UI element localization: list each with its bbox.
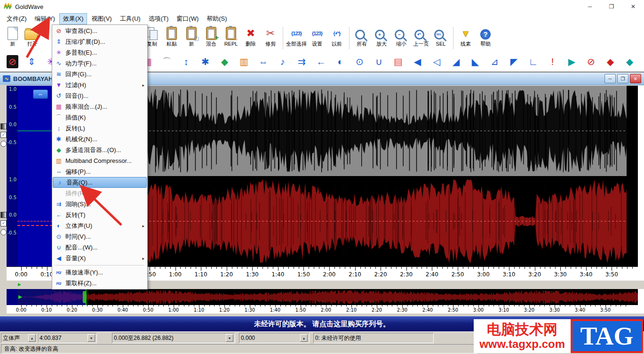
effects-toolbar-multiband-compressor-button[interactable]: ▥	[234, 54, 254, 70]
position-field[interactable]: 0.000 ▲	[239, 333, 310, 343]
effects-menu-item-1[interactable]: ⊘审查器(C)...	[52, 25, 147, 36]
menubar-item-2[interactable]: 编辑(Y)	[31, 13, 59, 24]
minimize-icon[interactable]: ─	[579, 0, 601, 13]
maximize-icon[interactable]: ❐	[601, 0, 622, 13]
effects-menu-item-7[interactable]: ↺回音(I)...	[52, 90, 147, 101]
effects-menu-item-5[interactable]: ≋回声(G)...	[52, 69, 147, 80]
effects-toolbar-volume-ramp-button[interactable]: ⊿	[485, 54, 504, 70]
effects-menu-item-8[interactable]: ▦频率混合...(J)...	[52, 101, 147, 112]
left-channel-radio[interactable]	[0, 141, 7, 147]
toolbar-new-button[interactable]: 新	[3, 26, 23, 47]
spin-up-icon[interactable]: ▲	[28, 334, 36, 342]
right-channel-radio[interactable]	[0, 229, 7, 235]
right-channel-checkbox[interactable]: ✓	[0, 220, 7, 226]
close-icon[interactable]: ✕	[622, 0, 644, 13]
effects-menu-item-15[interactable]: ♪音高(Q)...	[53, 177, 147, 188]
effects-menu-item-16[interactable]: 插件(R)	[52, 188, 147, 199]
effects-toolbar-fade-out-button[interactable]: ◣	[466, 54, 485, 70]
effects-toolbar-volume-shape-button[interactable]: ▤	[389, 54, 408, 70]
toolbar-zoom-selection-button[interactable]: SELSEL	[431, 26, 451, 47]
effects-toolbar-compressor-expander-button[interactable]: ⇕	[22, 54, 41, 70]
effects-toolbar-time-warp-button[interactable]: ⊙	[350, 54, 369, 70]
overview-selection-handle[interactable]	[83, 291, 86, 303]
selection-range-field[interactable]: 0.000至26.882 (26.882) ▼	[112, 333, 235, 343]
dropdown-icon[interactable]: ▼	[87, 334, 95, 342]
overview-strip[interactable]: ▶	[17, 289, 638, 305]
length-field[interactable]: 4:00.837 ▼	[38, 333, 97, 343]
effects-menu-item-11[interactable]: ✱机械化(N)...	[52, 134, 147, 145]
effects-toolbar-match-volume-button[interactable]: ◁	[427, 54, 446, 70]
effects-menu-item-10[interactable]: ↕反转(L)	[52, 123, 147, 134]
toolbar-set-selection-button[interactable]: {123}设置	[307, 26, 327, 47]
effects-toolbar-warning-button[interactable]: !	[543, 54, 562, 70]
toolbar-trim-button[interactable]: ✂修剪	[261, 26, 280, 47]
effects-menu-item-4[interactable]: ∿动力学(F)...	[52, 58, 147, 69]
effects-toolbar-level-meter-button[interactable]: ∟	[524, 54, 543, 70]
effects-toolbar-play-device-button[interactable]: ▶	[562, 54, 581, 70]
left-channel-checkbox[interactable]: ✓	[0, 132, 7, 138]
document-restore-icon[interactable]: ❐	[617, 74, 628, 83]
effects-toolbar-multichannel-mixer-button[interactable]: ◆	[215, 54, 234, 70]
left-channel-display-button[interactable]	[0, 123, 7, 129]
menubar-item-3[interactable]: 效果(X)	[59, 13, 87, 24]
toolbar-replace-button[interactable]: ↔REPL	[221, 26, 241, 47]
effects-menu-item-17[interactable]: ⇉混响(S)...	[52, 199, 147, 209]
menubar-item-6[interactable]: 选项(T)	[145, 13, 173, 24]
effects-toolbar-fade-in-button[interactable]: ◢	[446, 54, 466, 70]
effects-toolbar-censor-button[interactable]: ⊘	[3, 54, 22, 70]
effects-toolbar-invert-button[interactable]: ↕	[176, 54, 196, 70]
spin-up-icon[interactable]: ▲	[300, 334, 308, 342]
toolbar-previous-selection-button[interactable]: {↶}以前	[327, 26, 347, 47]
effects-menu-item-19[interactable]: ◐立体声(U)▸	[52, 220, 147, 231]
selection-marker-handle[interactable]: ⇔	[33, 89, 48, 99]
right-channel-display-button[interactable]	[0, 212, 7, 218]
toolbar-zoom-in-button[interactable]: +放大	[372, 26, 391, 47]
document-minimize-icon[interactable]: ─	[604, 74, 616, 83]
effects-toolbar-reverb-button[interactable]: ⇉	[292, 54, 311, 70]
effects-toolbar-stereo-button[interactable]: ◐	[331, 54, 350, 70]
effects-toolbar-preset-red-button[interactable]: ◆	[601, 54, 620, 70]
document-close-icon[interactable]: ✕	[630, 74, 641, 83]
effects-menu-item-22[interactable]: ◀音量(X)▸	[52, 253, 147, 264]
effects-menu-item-21[interactable]: ∪配音...(W)...	[52, 242, 147, 253]
effects-menu-item-13[interactable]: ▥Multiband Compressor...	[52, 155, 147, 166]
toolbar-open-button[interactable]: ▾打开	[23, 26, 42, 47]
toolbar-mix-button[interactable]: +混合	[201, 26, 221, 47]
toolbar-help-button[interactable]: ?帮助	[476, 26, 495, 47]
dropdown-icon[interactable]: ▼	[226, 334, 233, 342]
toolbar-delete-button[interactable]: ✖删除	[241, 26, 261, 47]
effects-toolbar-preset-teal-button[interactable]: ◆	[620, 54, 639, 70]
effects-toolbar-voice-over-button[interactable]: ∪	[369, 54, 389, 70]
toolbar-show-all-button[interactable]: 所有	[352, 26, 372, 47]
menubar-item-1[interactable]: 文件(Z)	[3, 13, 31, 24]
toolbar-paste-button[interactable]: 粘贴	[162, 26, 182, 47]
menubar-item-7[interactable]: 窗口(W)	[173, 13, 202, 24]
menubar-item-8[interactable]: 帮助(S)	[203, 13, 231, 24]
menubar-item-5[interactable]: 工具(U)	[116, 13, 144, 24]
effects-menu-item-3[interactable]: ✳多普勒(E)...	[52, 47, 147, 58]
effects-menu-item-14[interactable]: ⇔偏移(P)...	[52, 166, 147, 177]
effects-toolbar-reverse-button[interactable]: ←	[311, 54, 331, 70]
effects-toolbar-offset-button[interactable]: ⇔	[254, 54, 273, 70]
menubar-item-4[interactable]: 视图(V)	[87, 13, 115, 24]
toolbar-zoom-out-button[interactable]: −缩小	[391, 26, 411, 47]
effects-menu-item-9[interactable]: ⌒插值(K)	[52, 112, 147, 123]
effects-menu-item-18[interactable]: ←反转(T)	[52, 209, 147, 220]
effects-menu-item-25[interactable]: Hz重取样(Z)...	[52, 278, 147, 289]
effects-toolbar-pitch-button[interactable]: ♪	[273, 54, 292, 70]
toolbar-select-all-button[interactable]: {123}全部选择	[286, 26, 307, 47]
toolbar-previous-zoom-button[interactable]: ↶上一页	[411, 26, 431, 47]
license-text[interactable]: 未经许可的版本。 请点击这里购买序列号。	[254, 320, 390, 329]
effects-menu-item-2[interactable]: ⇕压缩/扩展(D)...	[52, 36, 147, 47]
effects-menu-item-6[interactable]: ▼过滤(H)▸	[52, 80, 147, 90]
channel-mode-field[interactable]: 立体声 ▲	[1, 333, 38, 343]
effects-toolbar-interpolate-button[interactable]: ⌒	[157, 54, 176, 70]
open-dropdown-caret-icon[interactable]: ▾	[39, 31, 41, 36]
toolbar-presets-button[interactable]: ▼线素	[456, 26, 476, 47]
effects-toolbar-selection-volume-button[interactable]: ◤	[504, 54, 524, 70]
toolbar-paste-new-button[interactable]: ▢新	[182, 26, 201, 47]
effects-menu-item-24[interactable]: Hz播放速率(Y)...	[52, 267, 147, 278]
effects-toolbar-noise-gate-button[interactable]: ⊘	[581, 54, 601, 70]
overview-timeline-ruler[interactable]: 0:000:100:200:300:400:501:001:101:201:30…	[7, 305, 638, 314]
overview-selection[interactable]	[17, 289, 87, 305]
